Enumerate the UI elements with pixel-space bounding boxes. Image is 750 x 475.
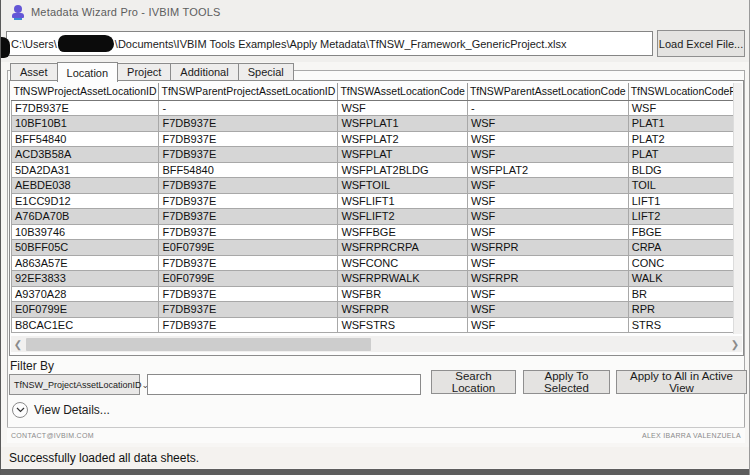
table-cell[interactable]: 10B39746	[12, 224, 159, 240]
table-cell[interactable]: -	[159, 100, 338, 116]
table-cell[interactable]: WSF	[467, 317, 628, 333]
table-cell[interactable]: WSF	[338, 100, 468, 116]
table-cell[interactable]: B8CAC1EC	[12, 317, 159, 333]
table-cell[interactable]: F7DB937E	[159, 302, 338, 318]
table-cell[interactable]: BFF54840	[12, 131, 159, 147]
table-cell[interactable]: WSF	[467, 302, 628, 318]
table-cell[interactable]: WSFRPR	[467, 240, 628, 256]
table-cell[interactable]: WSFRPR	[467, 271, 628, 287]
table-cell[interactable]: WSFBR	[338, 286, 468, 302]
table-cell[interactable]: WSFPLAT	[338, 147, 468, 163]
table-cell[interactable]: E0F0799E	[159, 271, 338, 287]
table-cell[interactable]: FBGE	[628, 224, 734, 240]
table-cell[interactable]: WSFLIFT2	[338, 209, 468, 225]
table-row[interactable]: 10BF10B1F7DB937EWSFPLAT1WSFPLAT1Asset Lo…	[12, 116, 735, 132]
tab-special[interactable]: Special	[239, 63, 294, 81]
table-cell[interactable]: PLAT	[628, 147, 734, 163]
table-cell[interactable]: WSFTOIL	[338, 178, 468, 194]
table-row[interactable]: AEBDE038F7DB937EWSFTOILWSFTOILAsset Loca…	[12, 178, 735, 194]
table-cell[interactable]: WSFPLAT2	[467, 162, 628, 178]
scrollbar-thumb[interactable]	[26, 338, 371, 351]
column-header[interactable]: TfNSWParentProjectAssetLocationID	[159, 83, 338, 100]
tab-asset[interactable]: Asset	[10, 63, 58, 81]
table-cell[interactable]: WSF	[467, 178, 628, 194]
table-row[interactable]: B8CAC1ECF7DB937EWSFSTRSWSFSTRSStairways	[12, 317, 735, 333]
load-excel-button[interactable]: Load Excel File...	[657, 30, 745, 57]
table-row[interactable]: A863A57EF7DB937EWSFCONCWSFCONCAsset Loca…	[12, 255, 735, 271]
table-cell[interactable]: CONC	[628, 255, 734, 271]
table-row[interactable]: ACD3B58AF7DB937EWSFPLATWSFPLATAsset Loca…	[12, 147, 735, 163]
apply-to-all-button[interactable]: Apply to All in Active View	[616, 370, 747, 394]
table-cell[interactable]: WSF	[467, 193, 628, 209]
table-row[interactable]: 50BFF05CE0F0799EWSFRPRCRPAWSFRPRCRPAAsse…	[12, 240, 735, 256]
table-cell[interactable]: F7DB937E	[159, 147, 338, 163]
table-cell[interactable]: AEBDE038	[12, 178, 159, 194]
table-cell[interactable]: BLDG	[628, 162, 734, 178]
column-header[interactable]: TfNSWAssetLocationCode	[338, 83, 468, 100]
table-cell[interactable]: WSF	[467, 209, 628, 225]
filter-value-input[interactable]	[147, 374, 421, 395]
table-cell[interactable]: STRS	[628, 317, 734, 333]
table-cell[interactable]: F7DB937E	[159, 116, 338, 132]
tab-location[interactable]: Location	[57, 62, 119, 82]
table-cell[interactable]: 10BF10B1	[12, 116, 159, 132]
table-cell[interactable]: BR	[628, 286, 734, 302]
table-cell[interactable]: WALK	[628, 271, 734, 287]
table-row[interactable]: 10B39746F7DB937EWSFFBGEWSFFBGEAsset Loca…	[12, 224, 735, 240]
table-cell[interactable]: CRPA	[628, 240, 734, 256]
filter-field-dropdown[interactable]: TfNSW_ProjectAssetLocationID ⌄	[9, 374, 140, 395]
table-cell[interactable]: F7DB937E	[159, 193, 338, 209]
table-cell[interactable]: 92EF3833	[12, 271, 159, 287]
table-row[interactable]: 92EF3833E0F0799EWSFRPRWALKWSFRPRWALKAsse…	[12, 271, 735, 287]
table-cell[interactable]: A9370A28	[12, 286, 159, 302]
scroll-right-icon[interactable]: ❯	[728, 336, 742, 352]
table-row[interactable]: BFF54840F7DB937EWSFPLAT2WSFPLAT2Asset Lo…	[12, 131, 735, 147]
table-cell[interactable]: F7DB937E	[159, 178, 338, 194]
table-cell[interactable]: WSFLIFT1	[338, 193, 468, 209]
table-cell[interactable]: WSF	[467, 286, 628, 302]
table-row[interactable]: A76DA70BF7DB937EWSFLIFT2WSFLIFT2Asset Lo…	[12, 209, 735, 225]
table-cell[interactable]: A76DA70B	[12, 209, 159, 225]
tab-project[interactable]: Project	[118, 63, 171, 81]
column-header[interactable]: TfNSWProjectAssetLocationID	[12, 83, 159, 100]
table-cell[interactable]: 50BFF05C	[12, 240, 159, 256]
file-path-input[interactable]: C:\Users\\Documents\IVBIM Tools Examples…	[6, 31, 653, 56]
table-cell[interactable]: E0F0799E	[12, 302, 159, 318]
apply-to-selected-button[interactable]: Apply To Selected	[523, 370, 610, 394]
table-row[interactable]: 5DA2DA31BFF54840WSFPLAT2BLDGWSFPLAT2BLDG…	[12, 162, 735, 178]
table-cell[interactable]: E1CC9D12	[12, 193, 159, 209]
scroll-left-icon[interactable]: ❮	[11, 336, 25, 352]
table-cell[interactable]: ACD3B58A	[12, 147, 159, 163]
expander-chevron-down-icon[interactable]	[12, 402, 28, 418]
table-cell[interactable]: WSFPLAT1	[338, 116, 468, 132]
table-cell[interactable]: F7DB937E	[159, 131, 338, 147]
table-cell[interactable]: WSF	[467, 255, 628, 271]
table-cell[interactable]: WSF	[467, 131, 628, 147]
table-cell[interactable]: WSF	[628, 100, 734, 116]
table-cell[interactable]: F7DB937E	[159, 286, 338, 302]
table-row[interactable]: F7DB937E-WSF-WSFAsset Locat	[12, 100, 735, 116]
table-cell[interactable]: PLAT1	[628, 116, 734, 132]
table-cell[interactable]: -	[467, 100, 628, 116]
table-cell[interactable]: WSFRPRCRPA	[338, 240, 468, 256]
column-header[interactable]: TfNSWParentAssetLocationCode	[467, 83, 628, 100]
vertical-scrollbar[interactable]	[733, 83, 742, 334]
table-cell[interactable]: F7DB937E	[12, 100, 159, 116]
view-details-expander[interactable]: View Details...	[12, 402, 110, 418]
table-cell[interactable]: F7DB937E	[159, 209, 338, 225]
table-cell[interactable]: WSFFBGE	[338, 224, 468, 240]
horizontal-scrollbar[interactable]: ❮ ❯	[11, 336, 742, 352]
table-cell[interactable]: LIFT2	[628, 209, 734, 225]
table-cell[interactable]: BFF54840	[159, 162, 338, 178]
search-location-button[interactable]: Search Location	[431, 370, 516, 394]
table-row[interactable]: E1CC9D12F7DB937EWSFLIFT1WSFLIFT1Asset Lo…	[12, 193, 735, 209]
table-cell[interactable]: WSFPLAT2BLDG	[338, 162, 468, 178]
table-cell[interactable]: RPR	[628, 302, 734, 318]
tab-additional[interactable]: Additional	[171, 63, 238, 81]
table-cell[interactable]: WSFRPRWALK	[338, 271, 468, 287]
table-cell[interactable]: A863A57E	[12, 255, 159, 271]
table-row[interactable]: E0F0799EF7DB937EWSFRPRWSFRPRRailway par	[12, 302, 735, 318]
table-row[interactable]: A9370A28F7DB937EWSFBRWSFBRBridge	[12, 286, 735, 302]
table-cell[interactable]: TOIL	[628, 178, 734, 194]
table-cell[interactable]: E0F0799E	[159, 240, 338, 256]
